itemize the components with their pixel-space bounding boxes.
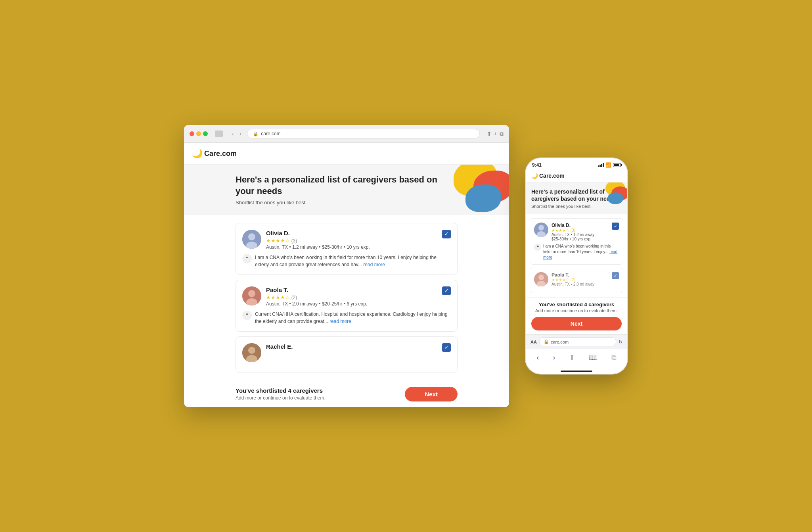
card-header-paola: Paola T. ★★★★☆ (2) Austin, TX • 2.0 mi a… xyxy=(242,286,451,307)
phone-header-paola: Paola T. ★★★★☆ (2) Austin, TX • 2.0 mi a… xyxy=(534,272,619,286)
svg-point-7 xyxy=(248,347,255,354)
tabs-button[interactable]: ⧉ xyxy=(500,131,504,137)
bio-text-olivia: I am a CNA who's been working in this fi… xyxy=(255,254,451,268)
fullscreen-dot[interactable] xyxy=(203,131,208,136)
phone-content: 🌙 Care.com Here's a personalized list of… xyxy=(526,169,627,334)
phone-card-olivia[interactable]: Olivia D. ★★★★☆ (3) Austin, TX • 1.2 mi … xyxy=(530,218,623,265)
hero-subtitle: Shortlist the ones you like best xyxy=(236,200,458,206)
blue-blob xyxy=(465,184,501,212)
card-bio-paola: ❝ Current CNA/HHA certification. Hospita… xyxy=(242,311,451,325)
shortlist-sub: Add more or continue on to evaluate them… xyxy=(236,395,326,401)
check-badge-paola[interactable]: ✓ xyxy=(442,286,451,295)
phone-avatar-olivia xyxy=(534,223,548,237)
mobile-phone: 9:41 📶 🌙 Care.com xyxy=(525,157,628,375)
read-more-paola[interactable]: read more xyxy=(329,319,351,324)
svg-point-10 xyxy=(538,225,544,230)
check-badge-rachel[interactable]: ✓ xyxy=(442,343,451,352)
hero-section: Here's a personalized list of caregivers… xyxy=(184,165,509,215)
quote-icon-olivia: ❝ xyxy=(242,254,252,263)
next-button-desktop[interactable]: Next xyxy=(405,387,458,401)
forward-button[interactable]: › xyxy=(237,130,243,138)
avatar-olivia xyxy=(242,230,261,249)
phone-forward-button[interactable]: › xyxy=(551,352,557,363)
avatar-rachel xyxy=(242,343,261,362)
shortlist-text: You've shortlisted 4 caregivers Add more… xyxy=(236,387,326,401)
caregiver-list: Olivia D. ★★★★☆ (3) Austin, TX • 1.2 mi … xyxy=(184,215,509,381)
caregiver-name-paola: Paola T. xyxy=(266,286,437,293)
yellow-blob xyxy=(454,165,497,196)
caregiver-card-rachel[interactable]: Rachel E. ✓ xyxy=(236,336,458,373)
phone-header-olivia: Olivia D. ★★★★☆ (3) Austin, TX • 1.2 mi … xyxy=(534,223,619,241)
phone-stars-paola: ★★★★☆ (2) xyxy=(552,278,609,282)
care-logo: 🌙 Care.com xyxy=(192,148,501,159)
caregiver-info-rachel: Rachel E. xyxy=(266,343,437,351)
check-badge-olivia[interactable]: ✓ xyxy=(442,230,451,238)
caregiver-name-rachel: Rachel E. xyxy=(266,343,437,350)
phone-meta-olivia: Austin, TX • 1.2 mi away$25-30/hr • 10 y… xyxy=(552,232,609,241)
tab-icon xyxy=(215,131,223,137)
phone-aa-button[interactable]: AA xyxy=(530,340,537,344)
signal-bar-3 xyxy=(601,164,602,167)
read-more-olivia[interactable]: read more xyxy=(363,262,385,267)
phone-card-paola[interactable]: Paola T. ★★★★☆ (2) Austin, TX • 2.0 mi a… xyxy=(530,268,623,293)
svg-point-4 xyxy=(248,290,255,297)
phone-avatar-paola xyxy=(534,272,548,286)
phone-read-more-olivia[interactable]: read more xyxy=(543,250,617,259)
phone-shortlist-title: You've shortlisted 4 caregivers xyxy=(531,302,622,307)
shortlist-title: You've shortlisted 4 caregivers xyxy=(236,387,326,394)
phone-care-logo: 🌙 Care.com xyxy=(531,173,622,179)
avatar-paola xyxy=(242,286,261,305)
wifi-icon: 📶 xyxy=(605,162,611,168)
svg-point-13 xyxy=(538,275,544,280)
phone-shortlist-bar: You've shortlisted 4 caregivers Add more… xyxy=(526,297,627,334)
phone-hero-decorations xyxy=(603,182,627,214)
phone-bio-olivia: ❝ I am a CNA who's been working in this … xyxy=(534,244,619,260)
hero-title: Here's a personalized list of caregivers… xyxy=(236,174,458,197)
browser-chrome: ‹ › 🔒 care.com ⬆ + ⧉ xyxy=(184,125,509,143)
caregiver-card-olivia[interactable]: Olivia D. ★★★★☆ (3) Austin, TX • 1.2 mi … xyxy=(236,223,458,275)
phone-reload-button[interactable]: ↻ xyxy=(619,339,622,345)
browser-page-content: 🌙 Care.com Here's a personalized list of… xyxy=(184,143,509,407)
caregiver-info-paola: Paola T. ★★★★☆ (2) Austin, TX • 2.0 mi a… xyxy=(266,286,437,307)
phone-tabs-button[interactable]: ⧉ xyxy=(610,352,618,363)
close-dot[interactable] xyxy=(190,131,194,136)
stars-paola: ★★★★☆ (2) xyxy=(266,294,437,300)
minimize-dot[interactable] xyxy=(196,131,201,136)
browser-navigation: ‹ › xyxy=(230,130,243,138)
scene: ‹ › 🔒 care.com ⬆ + ⧉ 🌙 Care.com xyxy=(128,125,684,407)
browser-tab-switcher[interactable] xyxy=(215,131,223,137)
phone-info-olivia: Olivia D. ★★★★☆ (3) Austin, TX • 1.2 mi … xyxy=(552,223,609,241)
quote-icon-paola: ❝ xyxy=(242,311,252,320)
share-button[interactable]: ⬆ xyxy=(487,131,492,137)
caregiver-meta-olivia: Austin, TX • 1.2 mi away • $25-30/hr • 1… xyxy=(266,244,437,250)
bottom-bar: You've shortlisted 4 caregivers Add more… xyxy=(184,381,509,407)
phone-check-paola[interactable]: ✓ xyxy=(612,272,619,279)
battery-icon xyxy=(613,163,621,167)
red-blob xyxy=(473,171,509,202)
phone-bookmarks-button[interactable]: 📖 xyxy=(587,351,599,363)
signal-bars xyxy=(598,163,604,167)
phone-shortlist-sub: Add more or continue on to evaluate them… xyxy=(531,308,622,313)
star-count-olivia: (3) xyxy=(291,238,297,244)
new-tab-button[interactable]: + xyxy=(494,131,497,137)
url-bar[interactable]: 🔒 care.com xyxy=(247,129,479,138)
phone-share-button[interactable]: ⬆ xyxy=(567,351,576,363)
phone-url-pill[interactable]: 🔒 care.com xyxy=(539,337,616,346)
caregiver-card-paola[interactable]: Paola T. ★★★★☆ (2) Austin, TX • 2.0 mi a… xyxy=(236,280,458,332)
phone-time: 9:41 xyxy=(532,162,542,168)
care-logo-text: Care.com xyxy=(204,150,237,158)
bio-text-paola: Current CNA/HHA certification. Hospital … xyxy=(255,311,451,325)
next-button-mobile[interactable]: Next xyxy=(531,317,622,330)
phone-back-button[interactable]: ‹ xyxy=(535,352,540,363)
phone-home-indicator xyxy=(526,366,627,374)
phone-logo-text: Care.com xyxy=(539,173,565,179)
phone-check-olivia[interactable]: ✓ xyxy=(612,223,619,230)
phone-quote-icon-olivia: ❝ xyxy=(534,244,541,251)
caregiver-name-olivia: Olivia D. xyxy=(266,230,437,236)
status-icons: 📶 xyxy=(598,162,621,168)
back-button[interactable]: ‹ xyxy=(230,130,236,138)
phone-meta-paola: Austin, TX • 2.0 mi away xyxy=(552,282,609,286)
care-logo-icon: 🌙 xyxy=(192,148,203,159)
card-header-rachel: Rachel E. ✓ xyxy=(242,343,451,362)
phone-stars-olivia: ★★★★☆ (3) xyxy=(552,228,609,232)
